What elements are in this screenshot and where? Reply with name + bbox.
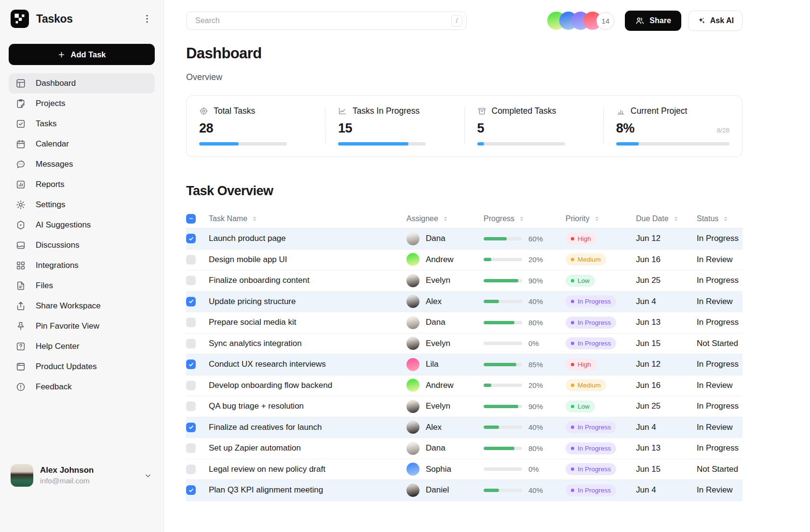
share-button[interactable]: Share xyxy=(625,11,681,31)
sidebar-item-integrations[interactable]: Integrations xyxy=(9,255,155,276)
progress-percent: 40% xyxy=(528,486,543,494)
stat-progress-track xyxy=(338,142,426,146)
sidebar-item-label: Dashboard xyxy=(36,79,76,88)
table-row[interactable]: Conduct UX research interviewsLila85%Hig… xyxy=(186,354,742,375)
table-row[interactable]: QA bug triage + resolutionEvelyn90%LowJu… xyxy=(186,396,742,417)
table-row[interactable]: Plan Q3 KPI alignment meetingDaniel40%In… xyxy=(186,480,742,501)
sidebar-item-discussions[interactable]: Discussions xyxy=(9,235,155,255)
row-checkbox[interactable] xyxy=(186,339,196,348)
sidebar-item-label: Tasks xyxy=(36,119,56,129)
chevron-down-icon[interactable] xyxy=(143,471,153,480)
row-checkbox[interactable] xyxy=(186,443,196,453)
row-checkbox[interactable] xyxy=(186,401,196,411)
progress-percent: 85% xyxy=(528,360,543,369)
row-checkbox[interactable] xyxy=(186,465,196,474)
column-header-assignee[interactable]: Assignee xyxy=(406,214,484,223)
row-checkbox[interactable] xyxy=(186,359,196,369)
row-checkbox[interactable] xyxy=(186,255,196,265)
task-name: Plan Q3 KPI alignment meeting xyxy=(209,485,406,495)
stat-progress-fill xyxy=(616,142,639,146)
table-row[interactable]: Legal review on new policy draftSophia0%… xyxy=(186,459,742,480)
priority-label: Medium xyxy=(578,256,601,263)
row-checkbox[interactable] xyxy=(186,276,196,285)
column-label: Task Name xyxy=(209,214,247,223)
priority-badge: In Progress xyxy=(566,484,616,496)
status-text: In Progress xyxy=(697,359,742,369)
user-profile[interactable]: Alex Johnson info@mail.com xyxy=(9,464,155,487)
priority-label: In Progress xyxy=(578,319,611,326)
row-checkbox[interactable] xyxy=(186,381,196,390)
settings-icon xyxy=(15,200,26,210)
progress-fill xyxy=(484,237,507,240)
sidebar-item-label: Help Center xyxy=(36,342,80,351)
column-label: Progress xyxy=(484,214,514,223)
assignee-avatar xyxy=(406,232,419,245)
member-count-badge[interactable]: 14 xyxy=(596,12,614,30)
ask-ai-button[interactable]: Ask AI xyxy=(688,11,742,31)
row-checkbox[interactable] xyxy=(186,423,196,432)
table-row[interactable]: Develop onboarding flow backendAndrew20%… xyxy=(186,375,742,397)
table-row[interactable]: Launch product pageDana60%HighJun 12In P… xyxy=(186,228,742,250)
user-avatar xyxy=(11,464,33,487)
progress-percent: 80% xyxy=(528,444,543,452)
sidebar-item-projects[interactable]: Projects xyxy=(9,93,155,114)
sidebar-item-dashboard[interactable]: Dashboard xyxy=(9,73,155,93)
row-checkbox[interactable] xyxy=(186,297,196,306)
row-checkbox[interactable] xyxy=(186,318,196,327)
sidebar-item-messages[interactable]: Messages xyxy=(9,154,155,174)
table-row[interactable]: Design mobile app UIAndrew20%MediumJun 1… xyxy=(186,250,742,271)
progress-fill xyxy=(484,258,491,261)
priority-label: High xyxy=(578,361,591,368)
sidebar-item-label: AI Suggestions xyxy=(36,220,91,230)
stat-value: 28 xyxy=(199,121,213,136)
sidebar-item-feedback[interactable]: Feedback xyxy=(9,377,155,397)
sort-icon xyxy=(442,215,449,222)
table-row[interactable]: Set up Zapier automationDana80%In Progre… xyxy=(186,438,742,459)
sidebar-item-settings[interactable]: Settings xyxy=(9,195,155,215)
sidebar-item-tasks[interactable]: Tasks xyxy=(9,114,155,134)
search-box[interactable]: / xyxy=(186,12,467,30)
sidebar-item-pin-favorite-view[interactable]: Pin Favorite View xyxy=(9,316,155,336)
column-header-progress[interactable]: Progress xyxy=(484,214,566,223)
sidebar-item-calendar[interactable]: Calendar xyxy=(9,134,155,154)
column-header-priority[interactable]: Priority xyxy=(566,214,636,223)
column-header-due-date[interactable]: Due Date xyxy=(636,214,697,223)
topbar: / 14 Share Ask AI xyxy=(186,11,742,31)
sidebar-item-reports[interactable]: Reports xyxy=(9,174,155,195)
column-header-task-name[interactable]: Task Name xyxy=(209,214,406,223)
sidebar-item-label: Reports xyxy=(36,180,65,189)
row-checkbox[interactable] xyxy=(186,234,196,243)
select-all-checkbox[interactable] xyxy=(186,214,196,224)
add-task-button[interactable]: Add Task xyxy=(9,44,155,65)
calendar-icon xyxy=(15,139,26,149)
progress-fill xyxy=(484,279,518,282)
assignee-name: Andrew xyxy=(426,255,454,265)
sidebar-item-product-updates[interactable]: Product Updates xyxy=(9,357,155,377)
archive-icon xyxy=(477,106,486,116)
sidebar-item-label: Product Updates xyxy=(36,362,97,372)
discussions-icon xyxy=(15,240,26,251)
tasks-icon xyxy=(15,119,26,129)
row-checkbox[interactable] xyxy=(186,485,196,495)
priority-badge: Low xyxy=(566,275,595,287)
sidebar-item-ai-suggestions[interactable]: AI Suggestions xyxy=(9,215,155,235)
table-row[interactable]: Prepare social media kitDana80%In Progre… xyxy=(186,312,742,333)
priority-dot-icon xyxy=(571,300,574,303)
sidebar-item-share-workspace[interactable]: Share Workspace xyxy=(9,296,155,316)
assignee-avatar xyxy=(406,463,419,476)
sidebar-item-files[interactable]: Files xyxy=(9,276,155,296)
column-header-status[interactable]: Status xyxy=(697,214,742,223)
progress-fill xyxy=(484,363,516,366)
sidebar-item-help-center[interactable]: Help Center xyxy=(9,336,155,357)
kebab-menu-icon[interactable] xyxy=(141,13,153,25)
table-row[interactable]: Finalize onboarding contentEvelyn90%LowJ… xyxy=(186,270,742,292)
table-row[interactable]: Sync analytics integrationEvelyn0%In Pro… xyxy=(186,333,742,355)
search-input[interactable] xyxy=(194,16,447,26)
priority-label: In Progress xyxy=(578,298,611,305)
table-row[interactable]: Finalize ad creatives for launchAlex40%I… xyxy=(186,417,742,439)
progress-track xyxy=(484,489,522,492)
assignee-name: Evelyn xyxy=(426,401,450,411)
priority-dot-icon xyxy=(571,279,574,282)
projects-icon xyxy=(15,98,26,109)
table-row[interactable]: Update pricing structureAlex40%In Progre… xyxy=(186,292,742,313)
